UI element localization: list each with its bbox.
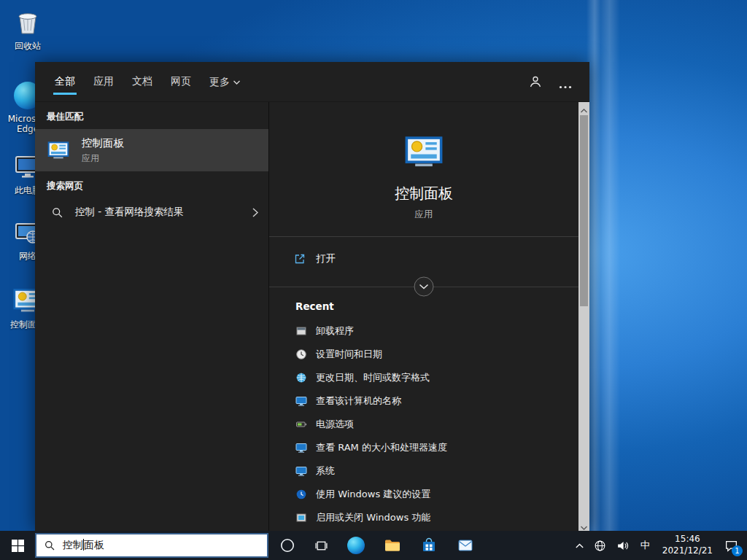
monitor-icon [295, 442, 307, 454]
web-search-text: 控制 - 查看网络搜索结果 [75, 206, 252, 219]
search-typed-text: 控制 [63, 539, 83, 551]
taskbar-clock[interactable]: 15:46 2021/12/21 [657, 534, 719, 556]
desktop-icon-label: 回收站 [4, 42, 52, 52]
settings-clock-icon [295, 489, 307, 500]
tab-documents[interactable]: 文档 [132, 75, 152, 88]
clock-time: 15:46 [662, 534, 713, 545]
recent-item-label: 电源选项 [316, 418, 354, 431]
open-action[interactable]: 打开 [269, 246, 578, 271]
search-suggestion-text: 面板 [84, 539, 104, 551]
web-search-header: 搜索网页 [35, 171, 268, 198]
recent-item-label: 启用或关闭 Windows 功能 [316, 511, 430, 524]
recent-item[interactable]: 使用 Windows 建议的设置 [269, 483, 578, 506]
search-filter-tabs: 全部 应用 文档 网页 更多 [35, 62, 589, 102]
desktop-icon-recycle-bin[interactable]: 回收站 [4, 7, 52, 52]
globe-region-icon [295, 372, 307, 384]
cortana-button[interactable] [271, 531, 303, 560]
monitor-icon [295, 465, 307, 477]
windows-logo-icon [12, 540, 24, 552]
chevron-right-icon[interactable] [252, 208, 258, 217]
recent-item-label: 设置时间和日期 [316, 348, 382, 361]
cortana-icon [280, 538, 295, 553]
recent-item-label: 查看该计算机的名称 [316, 394, 401, 408]
tray-overflow-button[interactable] [570, 531, 589, 560]
recent-item-label: 卸载程序 [316, 324, 354, 338]
recent-item[interactable]: 系统 [269, 459, 578, 483]
taskbar-app-file-explorer[interactable] [376, 531, 409, 560]
clock-date: 2021/12/21 [662, 545, 713, 557]
globe-network-icon [594, 540, 606, 552]
recent-item[interactable]: 查看该计算机的名称 [269, 389, 578, 413]
web-search-result[interactable]: 控制 - 查看网络搜索结果 [35, 198, 268, 226]
search-flyout-panel: 全部 应用 文档 网页 更多 最佳匹配 [35, 62, 589, 531]
expand-chevron-button[interactable] [414, 276, 434, 297]
control-panel-icon-large [269, 133, 578, 174]
tab-more-label: 更多 [209, 76, 230, 88]
program-box-icon [295, 325, 307, 337]
recent-item[interactable]: 电源选项 [269, 413, 578, 436]
scrollbar[interactable] [578, 102, 589, 531]
best-match-header: 最佳匹配 [35, 102, 268, 129]
recent-item-label: 系统 [316, 464, 335, 478]
desktop: 回收站 Microsoft Edge 此电脑 网络 [0, 0, 747, 560]
search-results-list: 最佳匹配 控制面板 应用 搜索网页 [35, 102, 268, 531]
recent-item[interactable]: 查看 RAM 的大小和处理器速度 [269, 436, 578, 459]
preview-subtitle: 应用 [269, 209, 578, 221]
recent-item[interactable]: 卸载程序 [269, 319, 578, 343]
monitor-icon [295, 395, 307, 407]
control-panel-icon [47, 139, 70, 161]
recent-item[interactable]: 启用或关闭 Windows 功能 [269, 506, 578, 529]
taskbar-app-store[interactable] [413, 531, 445, 560]
best-match-result[interactable]: 控制面板 应用 [35, 129, 268, 171]
recent-list: 卸载程序 设置时间和日期 更改日期、时间或数字格式 查看该计算机的名称 [269, 319, 578, 529]
result-preview-pane: 控制面板 应用 打开 Recent 卸载程序 [268, 102, 578, 531]
scroll-down-icon[interactable] [578, 519, 589, 531]
volume-button[interactable] [611, 531, 634, 560]
edge-icon [347, 537, 365, 554]
network-status-button[interactable] [589, 531, 611, 560]
task-view-button[interactable] [305, 531, 337, 560]
recent-item-label: 更改日期、时间或数字格式 [316, 371, 430, 384]
power-battery-icon [295, 419, 307, 430]
account-icon[interactable] [528, 74, 543, 92]
windows-features-icon [295, 512, 307, 524]
best-match-type: 应用 [82, 152, 124, 165]
scrollbar-thumb[interactable] [580, 115, 588, 306]
file-explorer-icon [384, 537, 401, 554]
open-label: 打开 [316, 252, 336, 265]
recent-header: Recent [295, 300, 334, 312]
tab-all[interactable]: 全部 [55, 75, 75, 88]
recent-item-label: 使用 Windows 建议的设置 [316, 488, 430, 501]
search-icon [51, 206, 63, 219]
preview-title: 控制面板 [269, 184, 578, 203]
notification-badge: 1 [732, 545, 743, 556]
recent-item-label: 查看 RAM 的大小和处理器速度 [316, 441, 447, 454]
clock-icon [295, 349, 307, 360]
recycle-bin-icon [13, 7, 42, 36]
taskbar-app-mail[interactable] [449, 531, 481, 560]
system-tray: 中 15:46 2021/12/21 1 [570, 531, 747, 560]
divider [269, 236, 578, 237]
tab-more[interactable]: 更多 [209, 75, 240, 89]
speaker-icon [616, 540, 629, 552]
task-view-icon [314, 539, 328, 553]
tab-apps[interactable]: 应用 [93, 75, 114, 88]
search-icon [44, 540, 55, 551]
chevron-down-icon [233, 75, 240, 87]
taskbar: 控制面板 [0, 531, 747, 560]
action-center-button[interactable]: 1 [719, 531, 747, 560]
recent-item[interactable]: 更改日期、时间或数字格式 [269, 366, 578, 389]
open-icon [294, 253, 306, 265]
taskbar-search-input[interactable]: 控制面板 [35, 533, 268, 558]
store-icon [420, 537, 438, 554]
chevron-up-icon [576, 543, 584, 548]
ime-indicator[interactable]: 中 [634, 539, 657, 552]
mail-icon [457, 537, 474, 554]
recent-item[interactable]: 设置时间和日期 [269, 343, 578, 366]
best-match-title: 控制面板 [82, 136, 124, 150]
scroll-up-icon[interactable] [578, 102, 589, 114]
taskbar-app-edge[interactable] [340, 531, 372, 560]
more-options-icon[interactable] [559, 78, 572, 92]
tab-web[interactable]: 网页 [171, 75, 191, 88]
start-button[interactable] [0, 531, 35, 560]
